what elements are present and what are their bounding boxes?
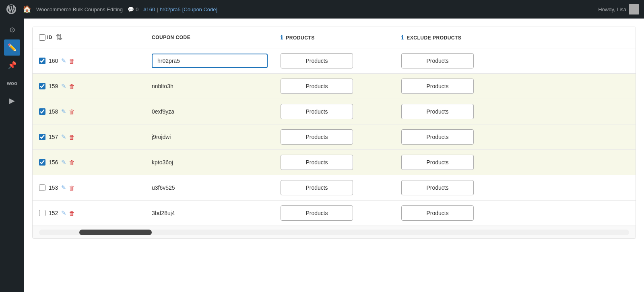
products-cell: Products: [274, 74, 395, 99]
th-coupon-code-label: COUPON CODE: [152, 35, 190, 40]
pin-icon: 📌: [8, 61, 17, 70]
delete-icon-158[interactable]: 🗑: [69, 108, 75, 115]
table-row: 157 ✎ 🗑 j9rojdwiProductsProducts: [33, 124, 636, 150]
coupon-input-160[interactable]: [152, 54, 268, 68]
delete-icon-152[interactable]: 🗑: [69, 210, 75, 217]
row-id-152: 152: [49, 210, 58, 216]
table-row: 156 ✎ 🗑 kpto36ojProductsProducts: [33, 150, 636, 175]
exclude-products-cell: Products: [395, 201, 636, 226]
row-checkbox-156[interactable]: [39, 159, 45, 166]
wordpress-logo[interactable]: [5, 3, 18, 16]
sidebar-item-woo[interactable]: woo: [4, 75, 20, 91]
th-coupon-code: COUPON CODE: [145, 27, 274, 48]
exclude-products-cell: Products: [395, 74, 636, 99]
delete-icon-159[interactable]: 🗑: [69, 83, 75, 90]
sort-icon[interactable]: ⇅: [56, 33, 63, 42]
play-icon: ▶: [9, 96, 15, 105]
products-info-icon[interactable]: ℹ: [281, 34, 283, 41]
row-checkbox-160[interactable]: [39, 58, 45, 64]
breadcrumb: #160 | hr02pra5 [Coupon Code]: [143, 6, 217, 12]
coupon-code-cell: j9rojdwi: [145, 124, 274, 150]
row-checkbox-159[interactable]: [39, 83, 45, 89]
row-checkbox-158[interactable]: [39, 108, 45, 115]
row-id-157: 157: [49, 134, 58, 140]
products-button-157[interactable]: Products: [281, 129, 353, 145]
exclude-products-button-157[interactable]: Products: [401, 129, 474, 145]
row-checkbox-157[interactable]: [39, 134, 45, 140]
exclude-products-button-158[interactable]: Products: [401, 104, 474, 119]
products-cell: Products: [274, 175, 395, 201]
sidebar-item-play[interactable]: ▶: [4, 93, 20, 109]
edit-icon-160[interactable]: ✎: [61, 57, 66, 64]
id-cell: 158 ✎ 🗑: [33, 99, 145, 124]
exclude-products-cell: Products: [395, 175, 636, 201]
coupon-code-cell: 0exf9yza: [145, 99, 274, 124]
th-products: ℹ PRODUCTS: [274, 27, 395, 48]
main-content: ID ⇅ COUPON CODE ℹ PRODUCTS ℹ EXCLUDE PR…: [24, 19, 644, 292]
row-checkbox-153[interactable]: [39, 184, 45, 191]
row-id-153: 153: [49, 184, 58, 191]
delete-icon-156[interactable]: 🗑: [69, 159, 75, 166]
products-button-158[interactable]: Products: [281, 104, 353, 119]
products-button-153[interactable]: Products: [281, 180, 353, 195]
comments-icon[interactable]: 💬 0: [128, 6, 138, 12]
products-button-156[interactable]: Products: [281, 155, 353, 170]
comments-count: 0: [136, 6, 138, 12]
exclude-products-button-153[interactable]: Products: [401, 180, 474, 195]
products-cell: Products: [274, 99, 395, 124]
sidebar-item-dashboard[interactable]: ⊙: [4, 22, 20, 38]
products-button-159[interactable]: Products: [281, 79, 353, 94]
breadcrumb-label: [Coupon Code]: [182, 6, 217, 12]
edit-icon-153[interactable]: ✎: [61, 184, 66, 191]
breadcrumb-code[interactable]: hr02pra5: [160, 6, 181, 12]
products-cell: Products: [274, 150, 395, 175]
edit-icon-158[interactable]: ✎: [61, 108, 66, 115]
coupons-table-wrap: ID ⇅ COUPON CODE ℹ PRODUCTS ℹ EXCLUDE PR…: [32, 27, 636, 239]
horizontal-scrollbar[interactable]: [39, 230, 629, 235]
row-checkbox-152[interactable]: [39, 210, 45, 216]
exclude-products-button-159[interactable]: Products: [401, 79, 474, 94]
exclude-products-button-152[interactable]: Products: [401, 205, 474, 221]
topbar: 🏠 Woocommerce Bulk Coupons Editing 💬 0 #…: [0, 0, 644, 19]
breadcrumb-id[interactable]: #160: [143, 6, 155, 12]
edit-icon-157[interactable]: ✎: [61, 133, 66, 141]
id-cell: 160 ✎ 🗑: [33, 48, 145, 74]
scrollbar-thumb[interactable]: [79, 230, 152, 235]
coupon-code-cell: [145, 48, 274, 74]
products-button-160[interactable]: Products: [281, 53, 353, 68]
table-row: 160 ✎ 🗑 ProductsProducts: [33, 48, 636, 74]
sidebar: ⊙ ✏️ 📌 woo ▶: [0, 19, 24, 292]
exclude-products-button-160[interactable]: Products: [401, 53, 474, 68]
coupon-text-156: kpto36oj: [152, 159, 173, 166]
edit-icon-159[interactable]: ✎: [61, 83, 66, 90]
id-cell: 159 ✎ 🗑: [33, 74, 145, 99]
select-all-checkbox[interactable]: [39, 34, 45, 41]
table-row: 152 ✎ 🗑 3bd28uj4ProductsProducts: [33, 201, 636, 226]
edit-icon-156[interactable]: ✎: [61, 159, 66, 166]
products-cell: Products: [274, 201, 395, 226]
id-cell: 152 ✎ 🗑: [33, 201, 145, 226]
edit-icon-152[interactable]: ✎: [61, 209, 66, 217]
bubble-icon: 💬: [128, 6, 134, 12]
sidebar-item-coupons[interactable]: ✏️: [4, 39, 20, 56]
coupon-code-cell: 3bd28uj4: [145, 201, 274, 226]
table-row: 159 ✎ 🗑 nnblto3hProductsProducts: [33, 74, 636, 99]
delete-icon-157[interactable]: 🗑: [69, 134, 75, 141]
exclude-products-cell: Products: [395, 124, 636, 150]
th-id: ID ⇅: [33, 27, 145, 48]
delete-icon-160[interactable]: 🗑: [69, 58, 75, 64]
home-icon[interactable]: 🏠: [23, 5, 31, 14]
products-button-152[interactable]: Products: [281, 205, 353, 221]
exclude-products-button-156[interactable]: Products: [401, 155, 474, 170]
row-id-159: 159: [49, 83, 58, 89]
id-cell: 157 ✎ 🗑: [33, 124, 145, 150]
exclude-products-cell: Products: [395, 48, 636, 74]
exclude-info-icon[interactable]: ℹ: [401, 34, 404, 41]
th-exclude-products: ℹ EXCLUDE PRODUCTS: [395, 27, 636, 48]
dashboard-icon: ⊙: [9, 25, 15, 34]
id-cell: 153 ✎ 🗑: [33, 175, 145, 201]
products-cell: Products: [274, 48, 395, 74]
sidebar-item-pin[interactable]: 📌: [4, 57, 20, 73]
delete-icon-153[interactable]: 🗑: [69, 184, 75, 191]
coupon-text-159: nnblto3h: [152, 83, 173, 89]
